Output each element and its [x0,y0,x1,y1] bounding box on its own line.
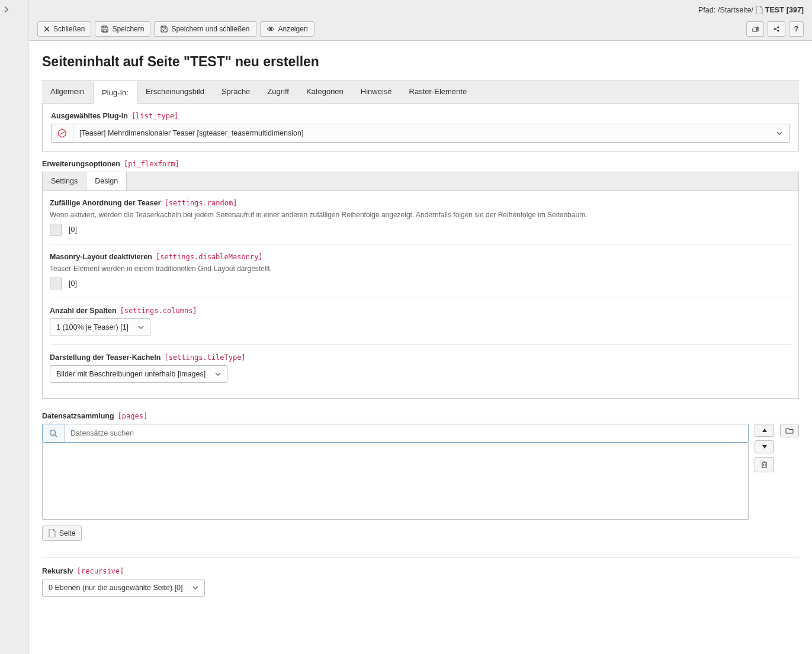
page-name: TEST [765,6,784,14]
close-button[interactable]: Schließen [37,21,91,37]
help-button[interactable]: ? [789,21,804,37]
recursive-code: [recursive] [77,567,124,575]
share-button[interactable] [768,21,785,37]
tiletype-value: Bilder mit Beschreibungen unterhalb [ima… [56,370,206,378]
plugin-value: [Teaser] Mehrdimensionaler Teaser [sgtea… [73,124,769,142]
view-label: Anzeigen [278,25,308,33]
plugin-code: [list_type] [131,112,178,120]
toolbar: Schließen Speichern Speichern und schlie… [29,18,812,41]
delete-button[interactable] [755,457,774,472]
random-label: Zufällige Anordnung der Teaser [50,199,161,207]
tab-allgemein[interactable]: Allgemein [42,81,93,103]
recursive-value: 0 Ebenen (nur die ausgewählte Seite) [0] [49,584,183,592]
share-icon [773,25,780,33]
plugin-label: Ausgewähltes Plug-In [51,112,128,120]
tab-zugriff[interactable]: Zugriff [259,81,298,103]
file-icon [756,6,763,14]
search-icon [49,429,57,437]
records-search-input[interactable] [65,424,748,442]
view-button[interactable]: Anzeigen [260,21,314,37]
chevron-down-icon [192,586,198,589]
plugin-select[interactable]: [Teaser] Mehrdimensionaler Teaser [sgtea… [51,124,790,143]
page-title: Seiteninhalt auf Seite "TEST" neu erstel… [42,54,799,70]
svg-point-4 [50,430,56,436]
close-icon [44,26,50,32]
path-value: /Startseite/ [718,6,753,14]
columns-code: [settings.columns] [120,307,197,315]
save-close-label: Speichern und schließen [171,25,249,33]
tab-raster[interactable]: Raster-Elemente [401,81,476,103]
plugin-icon [57,128,67,138]
columns-label: Anzahl der Spalten [50,307,117,315]
random-value: [0] [69,225,77,234]
masonry-value: [0] [69,279,77,288]
masonry-label: Masonry-Layout deaktivieren [50,253,152,261]
browse-button[interactable] [780,424,799,437]
page-add-label: Seite [59,529,75,537]
records-label: Datensatzsammlung [42,412,114,420]
chevron-down-icon [215,372,221,376]
save-close-icon [161,25,168,33]
records-code: [pages] [118,412,148,420]
main-tabs: Allgemein Plug-In: Erscheinungsbild Spra… [42,80,799,104]
close-label: Schließen [53,25,85,33]
move-up-button[interactable] [755,424,774,437]
tab-hinweise[interactable]: Hinweise [352,81,401,103]
subtab-design[interactable]: Design [86,172,127,190]
records-list[interactable] [42,443,749,520]
breadcrumb: Pfad: /Startseite/ TEST [397] [698,6,804,14]
expand-sidebar-button[interactable] [0,0,12,15]
open-external-button[interactable] [746,21,764,37]
folder-icon [785,427,794,434]
svg-point-0 [269,28,272,30]
ext-code: [pi_flexform] [124,160,179,168]
move-down-button[interactable] [755,440,774,453]
tiletype-code: [settings.tileType] [164,353,245,362]
page-add-button[interactable]: Seite [42,526,82,541]
tab-kategorien[interactable]: Kategorien [298,81,352,103]
tiletype-select[interactable]: Bilder mit Beschreibungen unterhalb [ima… [50,365,227,383]
tiletype-label: Darstellung der Teaser-Kacheln [50,353,161,362]
tab-erscheinungsbild[interactable]: Erscheinungsbild [137,81,213,103]
columns-select[interactable]: 1 (100% je Teaser) [1] [50,318,150,336]
save-button[interactable]: Speichern [95,21,150,37]
masonry-checkbox[interactable] [50,278,62,289]
external-icon [752,25,759,33]
random-help: Wenn aktiviert, werden die Teaserkacheln… [50,211,791,219]
masonry-help: Teaser-Element werden in einem tradition… [50,265,791,273]
tab-plugin[interactable]: Plug-In: [93,81,137,104]
sub-tabs: Settings Design [42,172,799,190]
recursive-label: Rekursiv [42,567,73,575]
trash-icon [761,461,768,468]
columns-value: 1 (100% je Teaser) [1] [56,323,129,331]
random-checkbox[interactable] [50,224,62,236]
page-id: [397] [787,6,804,14]
path-label: Pfad: [698,6,715,14]
chevron-down-icon [138,326,144,329]
chevron-down-icon [776,131,782,135]
masonry-code: [settings.disableMasonry] [156,253,263,261]
save-close-button[interactable]: Speichern und schließen [154,21,256,37]
subtab-settings[interactable]: Settings [43,172,86,190]
ext-label: Erweiterungsoptionen [42,160,120,168]
eye-icon [267,26,275,32]
file-icon [49,529,56,537]
save-icon [101,25,108,33]
help-icon: ? [794,25,798,33]
triangle-down-icon [762,444,768,449]
random-code: [settings.random] [165,199,237,207]
recursive-select[interactable]: 0 Ebenen (nur die ausgewählte Seite) [0] [42,579,205,597]
save-label: Speichern [112,25,144,33]
triangle-up-icon [762,428,768,433]
tab-sprache[interactable]: Sprache [213,81,259,103]
